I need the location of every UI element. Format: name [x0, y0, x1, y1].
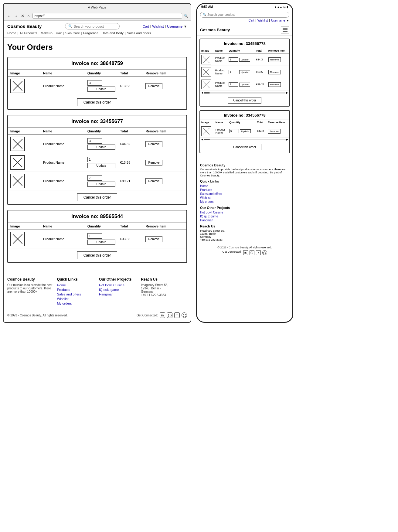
back-icon[interactable]: ← [6, 13, 12, 19]
mobile-update-btn[interactable]: Update [240, 129, 251, 133]
mobile-github-icon[interactable]: ◯ [250, 250, 254, 255]
order-card-3: Invoice no: 89565544 Image Name Quantity… [7, 210, 187, 263]
mobile-footer-wishlist[interactable]: Wishlist [200, 196, 289, 200]
home-icon[interactable]: ⌂ [26, 13, 31, 19]
quantity-input[interactable] [87, 157, 102, 162]
close-icon[interactable]: ✕ [20, 13, 25, 19]
footer-link-wishlist[interactable]: Wishlist [57, 297, 95, 301]
cancel-order-button-2[interactable]: Cancel this order [77, 193, 117, 201]
mobile-instagram-icon[interactable]: ◯ [262, 250, 267, 255]
quantity-input[interactable] [87, 175, 102, 181]
nav-all-products[interactable]: All Products [19, 31, 37, 35]
col-total: Total [118, 223, 143, 230]
url-bar[interactable]: https:// [32, 13, 182, 19]
mobile-search-input[interactable] [207, 13, 287, 16]
mobile-remove-btn[interactable]: Remove [268, 82, 281, 87]
search-bar[interactable]: 🔍 [65, 23, 120, 29]
remove-button[interactable]: Remove [145, 178, 162, 184]
github-icon[interactable]: ◯ [167, 312, 172, 318]
footer-link-my-orders[interactable]: My orders [57, 302, 95, 305]
mobile-footer-products[interactable]: Products [200, 188, 289, 192]
footer-link-hangman[interactable]: Hangman [99, 292, 137, 296]
quantity-input[interactable] [87, 138, 102, 144]
mobile-footer-hot-bowl[interactable]: Hot Bowl Cuisine [200, 211, 289, 214]
forward-icon[interactable]: → [13, 13, 19, 19]
mobile-linkedin-icon[interactable]: in [243, 250, 248, 255]
browser-search-icon[interactable]: 🔍 [184, 14, 188, 18]
cancel-order-button-3[interactable]: Cancel this order [77, 251, 117, 259]
nav-sales[interactable]: Sales and offers [127, 31, 151, 35]
mobile-footer-bottom: © 2023 - Cosmos Beauty. All rights reser… [200, 244, 289, 255]
mobile-footer-iq-quiz[interactable]: IQ quiz game [200, 215, 289, 218]
footer-link-hot-bowl[interactable]: Hot Bowl Cuisine [99, 283, 137, 287]
mobile-remove-btn[interactable]: Remove [268, 57, 281, 62]
footer-link-sales[interactable]: Sales and offers [57, 292, 95, 296]
product-name: Product Name [41, 77, 85, 95]
mobile-wishlist-link[interactable]: Wishlist [257, 19, 268, 22]
mobile-facebook-icon[interactable]: f [256, 250, 261, 255]
nav-skin-care[interactable]: Skin Care [65, 31, 80, 35]
remove-button[interactable]: Remove [145, 141, 162, 147]
mobile-update-btn[interactable]: Update [239, 70, 250, 74]
mobile-search-bar[interactable]: 🔍 [200, 12, 289, 18]
mobile-remove-btn[interactable]: Remove [268, 129, 281, 134]
mobile-footer-sales[interactable]: Sales and offers [200, 192, 289, 196]
wishlist-link[interactable]: Wishlist [152, 25, 164, 28]
footer-link-products[interactable]: Products [57, 288, 95, 292]
hamburger-button[interactable] [281, 26, 289, 33]
update-button[interactable]: Update [87, 87, 115, 92]
mobile-qty-input[interactable] [229, 129, 239, 133]
username-link[interactable]: Username [167, 25, 182, 28]
search-icon: 🔍 [68, 24, 73, 28]
mobile-update-btn[interactable]: Update [239, 83, 250, 87]
mobile-product-img [201, 67, 211, 77]
cart-link[interactable]: Cart [143, 25, 149, 28]
mobile-qty-input[interactable] [229, 82, 238, 87]
mobile-footer-home[interactable]: Home [200, 184, 289, 188]
update-button[interactable]: Update [87, 182, 115, 187]
mobile-cancel-btn-1[interactable]: Cancel this order [228, 97, 261, 104]
scroll-left-arrow[interactable]: ◀ [201, 138, 203, 141]
dropdown-icon: ▼ [184, 25, 187, 28]
col-quantity: Quantity [85, 223, 118, 230]
scroll-right-arrow[interactable]: ▶ [286, 91, 288, 94]
mobile-cancel-btn-2[interactable]: Cancel this order [228, 144, 261, 150]
mobile-qty-cell: Update [229, 129, 254, 133]
product-image [10, 155, 25, 170]
nav-makeup[interactable]: Makeup [41, 31, 53, 35]
quantity-input[interactable] [87, 80, 102, 86]
footer-brand-text: Our mission is to provide the best produ… [7, 283, 53, 293]
mobile-update-btn[interactable]: Update [239, 58, 250, 62]
nav-bath-body[interactable]: Bath and Body [102, 31, 124, 35]
browser-nav-bar: ← → ✕ ⌂ https:// 🔍 [4, 11, 191, 21]
scroll-right-arrow[interactable]: ▶ [286, 138, 288, 141]
remove-button[interactable]: Remove [145, 236, 162, 242]
mobile-cart-link[interactable]: Cart [248, 19, 254, 22]
facebook-icon[interactable]: f [174, 312, 180, 318]
instagram-icon[interactable]: ◯ [182, 312, 187, 318]
update-button[interactable]: Update [87, 163, 115, 168]
mobile-username-link[interactable]: Username [271, 19, 285, 22]
quantity-input[interactable] [87, 233, 102, 239]
order-table-3: Image Name Quantity Total Remove Item Pr… [8, 223, 186, 248]
nav-fragrence[interactable]: Fragrence [83, 31, 98, 35]
mobile-footer-hangman[interactable]: Hangman [200, 219, 289, 222]
update-button[interactable]: Update [87, 240, 115, 245]
cancel-order-button-1[interactable]: Cancel this order [77, 98, 117, 106]
mobile-qty-input[interactable] [229, 57, 238, 62]
mobile-remove-btn[interactable]: Remove [268, 70, 281, 74]
remove-button[interactable]: Remove [145, 160, 162, 165]
search-input[interactable] [74, 25, 116, 28]
linkedin-icon[interactable]: in [160, 312, 165, 318]
scroll-left-arrow[interactable]: ◀ [201, 91, 203, 94]
mobile-footer-my-orders[interactable]: My orders [200, 200, 289, 203]
nav-home[interactable]: Home [7, 31, 16, 35]
remove-button[interactable]: Remove [145, 83, 162, 89]
mobile-product-name: ProductName [214, 78, 228, 91]
mobile-scroll-area[interactable]: 🔍 Cart | Wishlist | Username ▼ Cosmos Be… [197, 10, 292, 258]
mobile-qty-input[interactable] [229, 70, 238, 74]
update-button[interactable]: Update [87, 145, 115, 150]
footer-link-iq-quiz[interactable]: IQ quiz game [99, 288, 137, 292]
nav-hair[interactable]: Hair [56, 31, 62, 35]
footer-link-home[interactable]: Home [57, 283, 95, 287]
